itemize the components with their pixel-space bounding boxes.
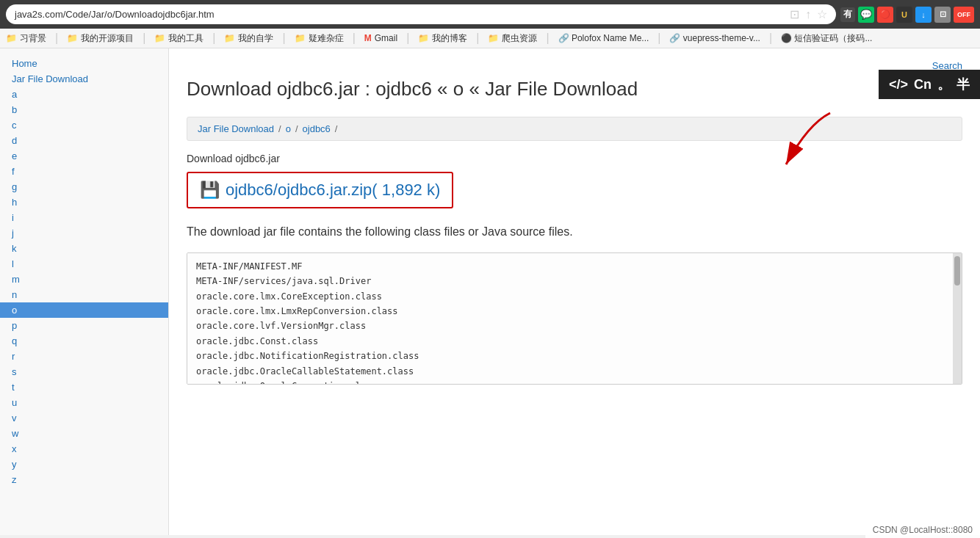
letter-link-l[interactable]: l bbox=[12, 258, 14, 269]
ext-red1[interactable]: 🔴 bbox=[877, 7, 893, 23]
letter-link-z[interactable]: z bbox=[12, 474, 17, 485]
sidebar-item-letter-r[interactable]: r bbox=[0, 349, 168, 364]
sidebar-item-letter-f[interactable]: f bbox=[0, 164, 168, 179]
breadcrumb-o[interactable]: o bbox=[286, 123, 291, 134]
letter-link-h[interactable]: h bbox=[12, 197, 17, 208]
sidebar-item-letter-y[interactable]: y bbox=[0, 457, 168, 472]
scrollbar[interactable] bbox=[953, 253, 962, 384]
ime-overlay[interactable]: </> Cn 。 半 bbox=[879, 70, 980, 99]
sidebar-item-letter-g[interactable]: g bbox=[0, 179, 168, 195]
folder-icon: 📁 bbox=[488, 33, 499, 43]
bookmark-vuepress[interactable]: 🔗 vuepress-theme-v... bbox=[669, 33, 760, 43]
sidebar-item-letter-c[interactable]: c bbox=[0, 117, 168, 133]
letter-link-e[interactable]: e bbox=[12, 150, 17, 161]
sidebar-item-letter-o[interactable]: o bbox=[0, 302, 168, 318]
sidebar-item-letter-p[interactable]: p bbox=[0, 318, 168, 333]
letter-link-w[interactable]: w bbox=[12, 428, 18, 439]
folder-icon: 📁 bbox=[224, 33, 235, 43]
bookmark-gmail[interactable]: M Gmail bbox=[364, 33, 397, 43]
letter-link-f[interactable]: f bbox=[12, 166, 15, 177]
download-file-link[interactable]: ojdbc6/ojdbc6.jar.zip( 1,892 k) bbox=[226, 181, 440, 200]
bookmark-sms[interactable]: ⚫ 短信验证码（接码... bbox=[781, 32, 872, 45]
ext-gray1[interactable]: ⊡ bbox=[934, 7, 951, 23]
letter-link-m[interactable]: m bbox=[12, 274, 20, 285]
page-header: Search bbox=[187, 60, 962, 71]
file-list-box[interactable]: META-INF/MANIFEST.MF META-INF/services/j… bbox=[187, 252, 962, 385]
bookmark-opensource[interactable]: 📁我的开源项目 bbox=[67, 32, 134, 45]
letter-link-v[interactable]: v bbox=[12, 412, 17, 424]
letter-link-a[interactable]: a bbox=[12, 89, 17, 100]
sidebar-item-letter-u[interactable]: u bbox=[0, 395, 168, 410]
letter-link-u[interactable]: u bbox=[12, 397, 17, 408]
bookmark-polofox[interactable]: 🔗 Polofox Name Me... bbox=[558, 33, 649, 43]
sidebar-item-home[interactable]: Home bbox=[0, 56, 168, 71]
sidebar-item-letter-m[interactable]: m bbox=[0, 272, 168, 287]
ext-youdao[interactable]: 有 bbox=[840, 7, 855, 22]
bookmark-tools[interactable]: 📁我的工具 bbox=[154, 32, 203, 45]
sidebar-item-letter-q[interactable]: q bbox=[0, 333, 168, 349]
sidebar-item-letter-v[interactable]: v bbox=[0, 410, 168, 426]
sidebar-item-letter-l[interactable]: l bbox=[0, 256, 168, 272]
letter-link-s[interactable]: s bbox=[12, 366, 17, 377]
page-container: Home Jar File Download abcdefghijklmnopq… bbox=[0, 48, 980, 535]
sidebar-item-letter-z[interactable]: z bbox=[0, 472, 168, 487]
letter-link-q[interactable]: q bbox=[12, 335, 17, 346]
address-bar[interactable]: java2s.com/Code/Jar/o/Downloadojdbc6jar.… bbox=[6, 4, 836, 24]
divider: | bbox=[212, 32, 215, 45]
ext-wechat[interactable]: 💬 bbox=[858, 7, 874, 23]
letter-link-y[interactable]: y bbox=[12, 459, 17, 470]
sidebar-item-letter-n[interactable]: n bbox=[0, 287, 168, 302]
divider: | bbox=[55, 32, 58, 45]
sidebar-item-jar[interactable]: Jar File Download bbox=[0, 71, 168, 87]
breadcrumb-ojdbc6[interactable]: ojdbc6 bbox=[303, 123, 331, 134]
download-box[interactable]: 💾 ojdbc6/ojdbc6.jar.zip( 1,892 k) bbox=[187, 172, 453, 208]
letter-link-p[interactable]: p bbox=[12, 320, 17, 331]
star-icon[interactable]: ☆ bbox=[817, 7, 827, 21]
letter-link-t[interactable]: t bbox=[12, 382, 15, 393]
letter-link-j[interactable]: j bbox=[12, 228, 14, 239]
folder-icon: 📁 bbox=[295, 33, 306, 43]
letter-link-r[interactable]: r bbox=[12, 351, 15, 362]
reader-icon[interactable]: ⊡ bbox=[790, 7, 799, 21]
breadcrumb-sep3: / bbox=[335, 123, 338, 134]
letter-link-g[interactable]: g bbox=[12, 181, 17, 192]
ext-dark1[interactable]: U bbox=[896, 7, 912, 23]
sidebar-item-letter-x[interactable]: x bbox=[0, 441, 168, 457]
url-text: java2s.com/Code/Jar/o/Downloadojdbc6jar.… bbox=[15, 9, 784, 20]
letter-link-c[interactable]: c bbox=[12, 120, 17, 131]
share-icon[interactable]: ↑ bbox=[805, 8, 811, 21]
letter-link-x[interactable]: x bbox=[12, 443, 17, 454]
jar-file-download-link[interactable]: Jar File Download bbox=[12, 73, 88, 84]
letter-link-k[interactable]: k bbox=[12, 243, 17, 254]
divider: | bbox=[657, 32, 660, 45]
ext-blue1[interactable]: ↓ bbox=[915, 7, 932, 23]
ext-off[interactable]: OFF bbox=[954, 7, 974, 23]
home-link[interactable]: Home bbox=[12, 58, 37, 69]
bookmark-issues[interactable]: 📁疑难杂症 bbox=[295, 32, 344, 45]
sidebar-item-letter-b[interactable]: b bbox=[0, 102, 168, 117]
letter-link-i[interactable]: i bbox=[12, 212, 14, 223]
sidebar-item-letter-j[interactable]: j bbox=[0, 225, 168, 241]
letter-link-b[interactable]: b bbox=[12, 104, 17, 115]
sidebar-item-letter-a[interactable]: a bbox=[0, 87, 168, 102]
bookmark-study[interactable]: 📁我的自学 bbox=[224, 32, 273, 45]
sidebar-item-letter-t[interactable]: t bbox=[0, 379, 168, 395]
bookmark-spider[interactable]: 📁爬虫资源 bbox=[488, 32, 537, 45]
sidebar-item-letter-h[interactable]: h bbox=[0, 195, 168, 210]
sidebar-item-letter-k[interactable]: k bbox=[0, 241, 168, 256]
letter-link-n[interactable]: n bbox=[12, 289, 17, 300]
file-list-content: META-INF/MANIFEST.MF META-INF/services/j… bbox=[196, 259, 953, 385]
bookmark-blog[interactable]: 📁我的博客 bbox=[418, 32, 467, 45]
sidebar-item-letter-s[interactable]: s bbox=[0, 364, 168, 379]
ime-half-label: 半 bbox=[956, 76, 970, 93]
sidebar-item-letter-w[interactable]: w bbox=[0, 426, 168, 441]
divider: | bbox=[769, 32, 772, 45]
letter-link-d[interactable]: d bbox=[12, 135, 17, 146]
bookmark-xijing[interactable]: 📁习背景 bbox=[6, 32, 46, 45]
scrollbar-thumb[interactable] bbox=[954, 256, 960, 286]
breadcrumb-jar[interactable]: Jar File Download bbox=[198, 123, 274, 134]
sidebar-item-letter-i[interactable]: i bbox=[0, 210, 168, 225]
sidebar-item-letter-d[interactable]: d bbox=[0, 133, 168, 148]
letter-link-o[interactable]: o bbox=[12, 305, 17, 316]
sidebar-item-letter-e[interactable]: e bbox=[0, 148, 168, 164]
